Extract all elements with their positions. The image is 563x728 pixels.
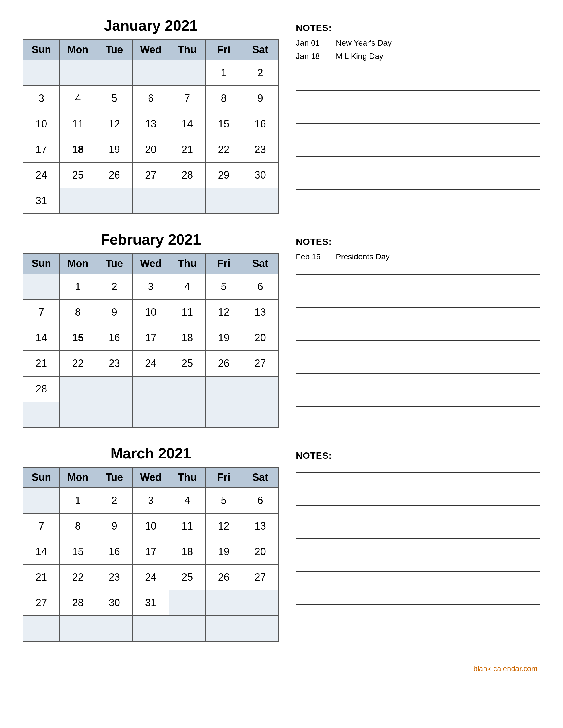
col-header-Fri: Fri	[205, 40, 242, 60]
notes-line-1-8	[296, 398, 540, 407]
day-cell-1-5-1	[59, 402, 96, 427]
col-header-Thu: Thu	[169, 253, 205, 274]
notes-line-0-5	[296, 148, 540, 157]
day-cell-1-3-3: 24	[132, 351, 169, 376]
day-cell-0-3-5: 22	[205, 137, 242, 162]
calendar-side-0: January 2021SunMonTueWedThuFriSat1234567…	[23, 17, 279, 214]
notes-line-1-6	[296, 365, 540, 374]
col-header-Sat: Sat	[242, 467, 278, 488]
day-cell-2-4-6	[242, 590, 278, 616]
day-cell-2-3-2: 23	[96, 564, 132, 590]
holiday-entry-0-1: Jan 18M L King Day	[296, 50, 540, 63]
day-cell-0-1-3: 6	[132, 86, 169, 111]
day-cell-1-2-4: 18	[169, 325, 205, 351]
notes-side-2: NOTES:	[296, 445, 540, 629]
day-cell-2-1-4: 11	[169, 513, 205, 539]
day-cell-0-1-1: 4	[59, 86, 96, 111]
day-cell-2-1-6: 13	[242, 513, 278, 539]
day-cell-0-3-1: 18	[59, 137, 96, 162]
notes-lines-0	[296, 66, 540, 190]
day-cell-1-4-5	[205, 376, 242, 402]
month-title-1: February 2021	[23, 231, 279, 248]
month-section-2: March 2021SunMonTueWedThuFriSat123456789…	[23, 445, 540, 642]
day-cell-0-0-3	[132, 60, 169, 86]
notes-line-2-4	[296, 530, 540, 539]
page-layout: January 2021SunMonTueWedThuFriSat1234567…	[23, 17, 540, 659]
day-cell-2-2-2: 16	[96, 539, 132, 564]
col-header-Wed: Wed	[132, 40, 169, 60]
day-cell-0-2-6: 16	[242, 111, 278, 137]
day-cell-2-0-1: 1	[59, 488, 96, 513]
notes-line-0-4	[296, 132, 540, 140]
col-header-Mon: Mon	[59, 40, 96, 60]
day-cell-0-4-6: 30	[242, 162, 278, 188]
day-cell-1-1-0: 7	[23, 299, 59, 325]
col-header-Sat: Sat	[242, 40, 278, 60]
day-cell-0-2-1: 11	[59, 111, 96, 137]
day-cell-2-1-0: 7	[23, 513, 59, 539]
holiday-date-0-0: Jan 01	[296, 38, 324, 47]
day-cell-2-1-2: 9	[96, 513, 132, 539]
day-cell-1-2-0: 14	[23, 325, 59, 351]
day-cell-0-0-4	[169, 60, 205, 86]
notes-line-1-5	[296, 349, 540, 357]
notes-line-2-2	[296, 497, 540, 506]
day-cell-2-5-4	[169, 616, 205, 641]
day-cell-2-4-5	[205, 590, 242, 616]
cal-table-1: SunMonTueWedThuFriSat1234567891011121314…	[23, 253, 279, 428]
month-title-0: January 2021	[23, 17, 279, 34]
day-cell-1-3-5: 26	[205, 351, 242, 376]
day-cell-1-0-5: 5	[205, 274, 242, 299]
day-cell-1-5-6	[242, 402, 278, 427]
day-cell-1-1-1: 8	[59, 299, 96, 325]
notes-line-2-6	[296, 563, 540, 572]
day-cell-1-1-3: 10	[132, 299, 169, 325]
day-cell-1-3-2: 23	[96, 351, 132, 376]
notes-line-0-1	[296, 82, 540, 91]
day-cell-0-3-4: 21	[169, 137, 205, 162]
day-cell-1-4-4	[169, 376, 205, 402]
notes-side-0: NOTES:Jan 01New Year's DayJan 18M L King…	[296, 17, 540, 198]
day-cell-2-3-3: 24	[132, 564, 169, 590]
day-cell-1-0-4: 4	[169, 274, 205, 299]
day-cell-1-5-2	[96, 402, 132, 427]
day-cell-0-5-4	[169, 188, 205, 214]
day-cell-2-4-3: 31	[132, 590, 169, 616]
notes-line-1-2	[296, 299, 540, 308]
day-cell-1-0-6: 6	[242, 274, 278, 299]
notes-line-2-5	[296, 547, 540, 555]
notes-line-1-0	[296, 266, 540, 275]
day-cell-2-2-1: 15	[59, 539, 96, 564]
notes-line-0-7	[296, 181, 540, 190]
notes-line-0-2	[296, 99, 540, 107]
day-cell-0-3-0: 17	[23, 137, 59, 162]
day-cell-1-3-4: 25	[169, 351, 205, 376]
day-cell-2-5-1	[59, 616, 96, 641]
day-cell-0-5-2	[96, 188, 132, 214]
day-cell-0-1-4: 7	[169, 86, 205, 111]
month-section-0: January 2021SunMonTueWedThuFriSat1234567…	[23, 17, 540, 214]
col-header-Fri: Fri	[205, 253, 242, 274]
day-cell-0-3-6: 23	[242, 137, 278, 162]
day-cell-0-0-1	[59, 60, 96, 86]
day-cell-2-0-4: 4	[169, 488, 205, 513]
notes-line-2-7	[296, 580, 540, 588]
notes-label-2: NOTES:	[296, 450, 540, 461]
day-cell-2-0-2: 2	[96, 488, 132, 513]
day-cell-1-1-5: 12	[205, 299, 242, 325]
day-cell-1-2-3: 17	[132, 325, 169, 351]
calendar-side-2: March 2021SunMonTueWedThuFriSat123456789…	[23, 445, 279, 642]
day-cell-1-4-0: 28	[23, 376, 59, 402]
calendar-side-1: February 2021SunMonTueWedThuFriSat123456…	[23, 231, 279, 428]
cal-table-2: SunMonTueWedThuFriSat1234567891011121314…	[23, 467, 279, 642]
day-cell-1-4-6	[242, 376, 278, 402]
holiday-name-0-1: M L King Day	[336, 52, 540, 61]
notes-line-2-8	[296, 596, 540, 605]
day-cell-1-1-6: 13	[242, 299, 278, 325]
day-cell-0-3-2: 19	[96, 137, 132, 162]
day-cell-0-5-5	[205, 188, 242, 214]
day-cell-2-0-5: 5	[205, 488, 242, 513]
day-cell-0-2-2: 12	[96, 111, 132, 137]
day-cell-2-5-5	[205, 616, 242, 641]
notes-lines-2	[296, 464, 540, 621]
